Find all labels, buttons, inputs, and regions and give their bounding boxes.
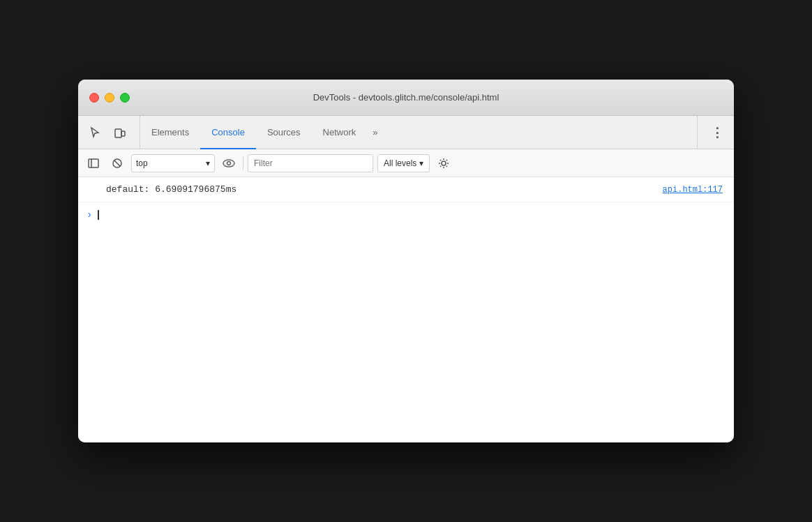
maximize-button[interactable] [120, 93, 130, 103]
live-expressions-button[interactable] [219, 154, 239, 173]
svg-point-6 [223, 160, 234, 167]
console-log-text: default: 6.69091796875ms [106, 184, 236, 195]
close-button[interactable] [89, 93, 99, 103]
console-sidebar-button[interactable] [84, 154, 103, 173]
clear-console-button[interactable] [107, 154, 127, 173]
filter-input[interactable] [248, 154, 373, 172]
levels-chevron-icon: ▾ [419, 158, 423, 168]
svg-rect-1 [121, 131, 125, 136]
tab-elements[interactable]: Elements [140, 116, 200, 149]
svg-point-7 [227, 161, 231, 165]
device-emulation-icon[interactable] [109, 121, 131, 144]
main-toolbar: Elements Console Sources Network » ⋮ [78, 116, 734, 149]
console-toolbar: top ▾ All levels ▾ [78, 149, 734, 177]
toolbar-icons [84, 116, 140, 149]
devtools-window: DevTools - devtools.glitch.me/console/ap… [78, 80, 734, 442]
console-log-source[interactable]: api.html:117 [663, 185, 723, 195]
tab-network[interactable]: Network [312, 116, 368, 149]
more-options-button[interactable]: ⋮ [706, 121, 728, 144]
titlebar: DevTools - devtools.glitch.me/console/ap… [78, 80, 734, 116]
svg-rect-0 [115, 129, 121, 137]
divider [243, 156, 243, 170]
toolbar-right: ⋮ [697, 116, 728, 149]
minimize-button[interactable] [105, 93, 114, 103]
console-settings-button[interactable] [434, 154, 453, 173]
console-cursor [98, 210, 99, 220]
console-log-entry: default: 6.69091796875ms api.html:117 [78, 177, 734, 202]
console-prompt-icon[interactable]: › [87, 209, 92, 221]
context-selector[interactable]: top ▾ [131, 154, 215, 172]
tab-sources[interactable]: Sources [256, 116, 312, 149]
console-output: default: 6.69091796875ms api.html:117 › [78, 177, 734, 442]
context-value: top [136, 158, 148, 168]
tab-console[interactable]: Console [200, 116, 256, 149]
svg-rect-2 [89, 159, 98, 167]
inspect-icon[interactable] [84, 121, 106, 144]
window-title: DevTools - devtools.glitch.me/console/ap… [313, 92, 499, 103]
levels-label: All levels [384, 158, 416, 168]
traffic-lights [89, 93, 130, 103]
svg-line-5 [114, 160, 121, 166]
console-input-line[interactable]: › [78, 202, 734, 228]
log-levels-button[interactable]: All levels ▾ [377, 154, 430, 172]
chevron-down-icon: ▾ [206, 158, 210, 168]
tab-more[interactable]: » [367, 116, 383, 149]
svg-point-8 [442, 161, 446, 165]
tab-bar: Elements Console Sources Network » [140, 116, 697, 149]
